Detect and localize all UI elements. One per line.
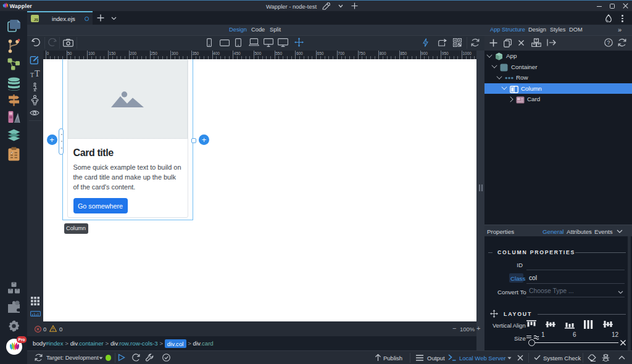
svg-text:?: ? bbox=[607, 39, 610, 46]
